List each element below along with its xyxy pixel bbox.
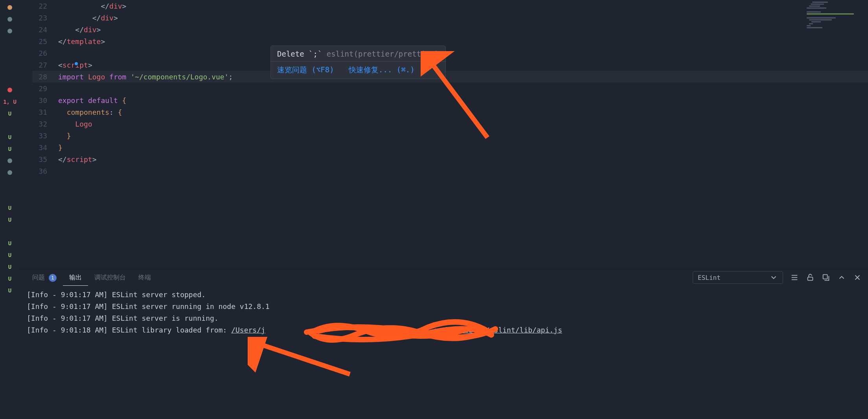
output-log[interactable]: [Info - 9:01:17 AM] ESLint server stoppe… (20, 286, 868, 419)
status-dot-icon (7, 88, 12, 92)
code-editor[interactable]: 22 </div>23 </div>24 </div>25</template>… (20, 0, 868, 269)
list-icon[interactable] (790, 273, 799, 282)
line-number: 26 (32, 49, 58, 57)
gutter-marker (0, 49, 20, 61)
log-line: [Info - 9:01:17 AM] ESLint server stoppe… (27, 289, 861, 301)
panel-tabbar: 问题 1 输出 调试控制台 终端 ESLint (20, 269, 868, 286)
tab-output[interactable]: 输出 (63, 270, 88, 286)
gutter-marker (0, 167, 20, 178)
gutter-marker (0, 155, 20, 167)
diagnostic-rule: eslint(prettier/prettier) (322, 50, 439, 58)
tab-problems[interactable]: 问题 1 (26, 270, 63, 285)
code-content: Logo (58, 120, 92, 128)
gutter-marker (0, 37, 20, 49)
code-line[interactable]: 34} (32, 142, 868, 153)
close-panel-icon[interactable] (853, 273, 862, 282)
line-number: 25 (32, 37, 58, 46)
gutter-marker: U (0, 108, 20, 119)
gutter-marker (0, 72, 20, 84)
gutter-marker (0, 13, 20, 25)
code-line[interactable]: 31 components: { (32, 106, 868, 118)
code-line[interactable]: 22 </div> (32, 0, 868, 12)
code-line[interactable]: 23 </div> (32, 12, 868, 24)
svg-line-8 (256, 343, 350, 374)
line-number: 36 (32, 167, 58, 175)
output-channel-select[interactable]: ESLint (693, 271, 783, 284)
status-dot-icon (7, 5, 12, 10)
code-line[interactable]: 29 (32, 83, 868, 94)
line-number: 31 (32, 108, 58, 116)
code-content: } (58, 132, 71, 140)
gutter-marker: U (0, 214, 20, 226)
tab-problems-label: 问题 (32, 274, 45, 282)
scm-gutter: 1, UUUUUUUUUUU (0, 0, 20, 419)
gutter-marker: U (0, 285, 20, 296)
line-number: 29 (32, 85, 58, 93)
svg-rect-5 (823, 275, 828, 279)
code-content: </template> (58, 37, 105, 46)
output-channel-label: ESLint (698, 274, 721, 281)
clear-output-icon[interactable] (822, 273, 830, 282)
code-content: </script> (58, 155, 97, 164)
status-dot-icon (7, 158, 12, 163)
gutter-marker: U (0, 273, 20, 285)
line-number: 33 (32, 132, 58, 140)
gutter-marker: U (0, 143, 20, 155)
code-line[interactable]: 36 (32, 165, 868, 177)
code-line[interactable]: 30export default { (32, 94, 868, 106)
gutter-marker: U (0, 261, 20, 273)
peek-problem-link[interactable]: 速览问题 (⌥F8) (277, 65, 334, 74)
line-number: 23 (32, 14, 58, 22)
tab-debug-console[interactable]: 调试控制台 (88, 270, 132, 285)
gutter-marker: U (0, 202, 20, 214)
line-number: 24 (32, 26, 58, 34)
gutter-marker: U (0, 249, 20, 261)
line-number: 35 (32, 155, 58, 164)
code-line[interactable]: 28import Logo from '~/components/Logo.vu… (32, 71, 868, 83)
code-line[interactable]: 33 } (32, 130, 868, 142)
status-dot-icon (7, 170, 12, 175)
diagnostic-message: Delete `;` eslint(prettier/prettier) (271, 46, 445, 62)
log-path[interactable]: node_modules/eslint/lib/api.js (434, 326, 562, 334)
code-line[interactable]: 25</template> (32, 35, 868, 47)
quick-fix-link[interactable]: 快速修复... (⌘.) (349, 65, 415, 74)
gutter-marker (0, 226, 20, 237)
log-path[interactable]: /Users/j (231, 326, 265, 334)
log-line: [Info - 9:01:17 AM] ESLint server runnin… (27, 301, 861, 312)
status-dot-icon (7, 17, 12, 22)
diagnostic-hover: Delete `;` eslint(prettier/prettier) 速览问… (270, 46, 446, 79)
code-line[interactable]: 32 Logo (32, 118, 868, 130)
line-number: 30 (32, 96, 58, 105)
line-number: 27 (32, 61, 58, 69)
code-line[interactable]: 24 </div> (32, 24, 868, 35)
log-line: [Info - 9:01:17 AM] ESLint server is run… (27, 312, 861, 324)
tab-terminal[interactable]: 终端 (132, 270, 157, 285)
code-line[interactable]: 26 (32, 47, 868, 59)
code-content: components: { (58, 108, 122, 116)
lock-icon[interactable] (806, 273, 815, 282)
bottom-panel: 问题 1 输出 调试控制台 终端 ESLint (20, 269, 868, 419)
diagnostic-text: Delete `;` (277, 50, 322, 58)
gutter-marker (0, 178, 20, 190)
gutter-marker (0, 25, 20, 37)
code-line[interactable]: 35</script> (32, 153, 868, 165)
gutter-marker (0, 190, 20, 202)
line-number: 32 (32, 120, 58, 128)
log-line: [Info - 9:01:18 AM] ESLint library loade… (27, 324, 861, 336)
breakpoint-hint-icon[interactable] (74, 61, 79, 66)
gutter-marker (0, 2, 20, 13)
gutter-marker: U (0, 237, 20, 249)
code-content: import Logo from '~/components/Logo.vue'… (58, 73, 233, 81)
status-dot-icon (7, 29, 12, 33)
gutter-marker (0, 61, 20, 72)
gutter-marker (0, 119, 20, 131)
annotation-arrow (248, 337, 358, 380)
line-number: 34 (32, 143, 58, 152)
code-content: </div> (58, 2, 126, 10)
line-number: 22 (32, 2, 58, 10)
code-content: export default { (58, 96, 126, 105)
svg-rect-4 (808, 277, 813, 280)
code-line[interactable]: 27<script> (32, 59, 868, 71)
code-content: } (58, 143, 63, 152)
chevron-up-icon[interactable] (837, 273, 846, 282)
